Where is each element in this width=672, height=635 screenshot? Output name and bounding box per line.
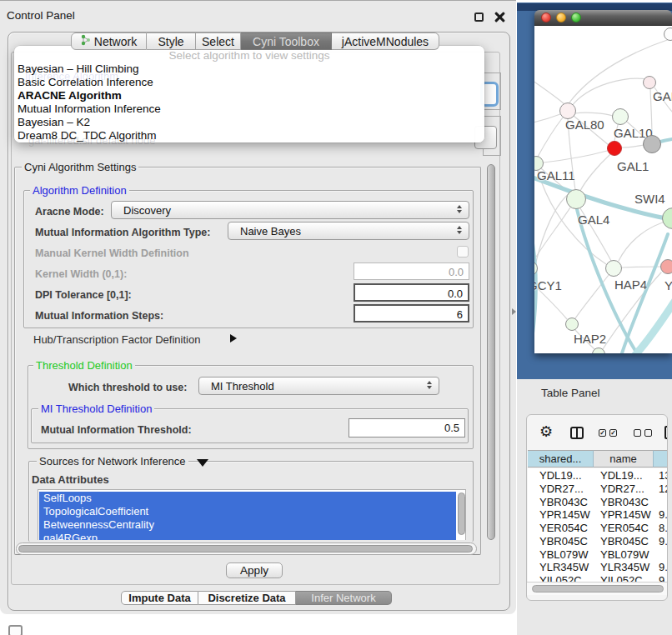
which-threshold-value: MI Threshold xyxy=(211,380,274,392)
tab-cyni-toolbox[interactable]: Cyni Toolbox xyxy=(241,32,332,50)
network-edge[interactable] xyxy=(538,118,563,157)
unchecked-box-icon[interactable] xyxy=(644,429,652,437)
network-node-gal1[interactable] xyxy=(607,141,622,156)
unchecked-box-icon[interactable] xyxy=(634,429,641,437)
tab-label: Cyni Toolbox xyxy=(253,35,319,48)
table-cell: YLR345W xyxy=(539,561,589,573)
node-label: GAL80 xyxy=(565,118,604,132)
gear-icon[interactable]: ⚙ xyxy=(539,422,553,441)
algorithm-option[interactable]: Bayesian – Hill Climbing xyxy=(18,62,139,75)
table-row[interactable]: YER054CYER054C8. xyxy=(528,521,668,534)
column-header-extra[interactable] xyxy=(654,450,668,468)
hub-definition-label[interactable]: Hub/Transcription Factor Definition xyxy=(33,333,200,346)
top-divider xyxy=(0,0,516,1)
columns-icon[interactable] xyxy=(570,427,584,439)
table-row[interactable]: YBR043CYBR043C xyxy=(528,495,668,508)
zoom-traffic-light[interactable] xyxy=(571,12,581,22)
list-scrollbar-thumb[interactable] xyxy=(458,492,465,535)
settings-vscrollbar-thumb[interactable] xyxy=(487,164,495,540)
algorithm-definition-title: Algorithm Definition xyxy=(30,184,129,197)
document-icon[interactable] xyxy=(664,426,668,439)
which-threshold-select[interactable]: MI Threshold xyxy=(198,377,439,395)
control-panel-title: Control Panel xyxy=(7,9,75,22)
sources-collapse-arrow-icon[interactable] xyxy=(197,459,208,467)
close-icon[interactable] xyxy=(494,11,505,22)
network-edge[interactable] xyxy=(575,275,609,318)
network-edge[interactable] xyxy=(622,145,644,148)
network-edge[interactable] xyxy=(544,151,607,162)
table-hscrollbar-track[interactable] xyxy=(527,582,668,595)
dpi-tolerance-input[interactable]: 0.0 xyxy=(354,283,469,302)
minimize-traffic-light[interactable] xyxy=(556,12,566,22)
settings-hscrollbar-thumb[interactable] xyxy=(18,545,473,552)
attribute-item[interactable]: TopologicalCoefficient xyxy=(39,505,456,518)
tab-label: Network xyxy=(94,35,137,48)
network-edge[interactable] xyxy=(574,112,613,116)
network-node[interactable] xyxy=(664,28,672,41)
table-cell: YER054C xyxy=(539,522,588,534)
network-edge[interactable] xyxy=(660,138,672,142)
column-header-name[interactable]: name xyxy=(594,450,654,468)
network-node-gal10[interactable] xyxy=(612,108,629,125)
network-node-hap4[interactable] xyxy=(605,260,622,277)
bottom-tab-impute-data[interactable]: Impute Data xyxy=(121,591,198,605)
network-node-y[interactable] xyxy=(660,259,672,274)
checked-box-icon[interactable]: ✓ xyxy=(609,429,617,437)
hub-expand-arrow-icon[interactable] xyxy=(230,334,237,342)
bottom-tab-discretize-data[interactable]: Discretize Data xyxy=(198,591,296,605)
screen: Control Panel Cyni Algorithm Settings Al… xyxy=(0,0,672,635)
network-node-hap2[interactable] xyxy=(565,318,579,331)
algorithm-option[interactable]: Mutual Information Inference xyxy=(18,102,161,115)
attribute-item[interactable]: gal4RGexp xyxy=(39,532,456,540)
network-node-gal4[interactable] xyxy=(566,189,586,209)
manual-kernel-checkbox[interactable] xyxy=(457,246,469,258)
which-threshold-label: Which threshold to use: xyxy=(68,382,187,393)
checked-box-icon[interactable]: ✓ xyxy=(599,429,606,437)
table-row[interactable]: YDR27...YDR27...12 xyxy=(528,482,668,495)
kernel-width-input[interactable]: 0.0 xyxy=(354,262,469,280)
table-row[interactable]: YLR345WYLR345W9. xyxy=(528,560,668,573)
apply-button[interactable]: Apply xyxy=(226,562,283,578)
network-canvas[interactable]: GALGAL80GAL10GAL1GAL11GAL4SWI4GCY1HAP4YH… xyxy=(534,26,672,353)
data-attributes-list[interactable]: SelfLoopsTopologicalCoefficientBetweenne… xyxy=(38,489,466,540)
mi-steps-input[interactable]: 6 xyxy=(354,304,469,322)
table-row[interactable]: YDL19...YDL19...13 xyxy=(528,468,668,482)
attribute-item[interactable]: BetweennessCentrality xyxy=(39,518,456,532)
minimize-icon[interactable] xyxy=(474,12,484,22)
splitpane-collapse-arrow[interactable] xyxy=(512,308,516,315)
algorithm-option[interactable]: Basic Correlation Inference xyxy=(18,76,153,88)
bottom-tab-infer-network[interactable]: Infer Network xyxy=(296,591,392,605)
tab-label: Style xyxy=(158,35,183,48)
network-edge[interactable] xyxy=(536,193,569,262)
minimized-panel-icon[interactable] xyxy=(8,625,23,635)
network-edge[interactable] xyxy=(571,78,648,107)
attribute-item[interactable]: SelfLoops xyxy=(39,492,456,505)
tab-network[interactable]: Network xyxy=(71,32,147,50)
table-window: ⚙ ✓ ✓ shared...name YDL19...YDL19...13YD… xyxy=(526,414,668,601)
aracne-mode-select[interactable]: Discovery xyxy=(111,201,469,219)
table-cell: 9. xyxy=(659,535,668,548)
tab-style[interactable]: Style xyxy=(147,32,196,50)
table-row[interactable]: YBL079WYBL079W xyxy=(528,548,668,561)
table-row[interactable]: YBR045CYBR045C9. xyxy=(528,534,668,548)
tab-select[interactable]: Select xyxy=(196,32,241,50)
tab-jactivemnodules[interactable]: jActiveMNodules xyxy=(332,32,439,50)
mi-threshold-input[interactable]: 0.5 xyxy=(349,418,465,438)
column-header-shared...[interactable]: shared... xyxy=(528,450,594,468)
network-edge[interactable] xyxy=(534,234,536,353)
network-edge[interactable] xyxy=(580,154,610,191)
table-row[interactable]: YPR145WYPR145W9. xyxy=(528,508,668,521)
network-node[interactable] xyxy=(643,135,661,153)
mi-type-label: Mutual Information Algorithm Type: xyxy=(35,227,210,238)
network-node-gal80[interactable] xyxy=(559,102,576,119)
table-hscrollbar-thumb[interactable] xyxy=(532,585,664,592)
network-edge[interactable] xyxy=(621,234,668,353)
mi-type-select[interactable]: Naive Bayes xyxy=(228,222,469,240)
network-edge[interactable] xyxy=(534,114,560,124)
algorithm-option[interactable]: Bayesian – K2 xyxy=(18,116,90,128)
network-edge[interactable] xyxy=(534,76,565,105)
close-traffic-light[interactable] xyxy=(541,12,551,22)
network-node-gal[interactable] xyxy=(643,76,656,89)
algorithm-option[interactable]: ARACNE Algorithm xyxy=(18,89,122,102)
algorithm-option[interactable]: Dream8 DC_TDC Algorithm xyxy=(18,129,157,142)
